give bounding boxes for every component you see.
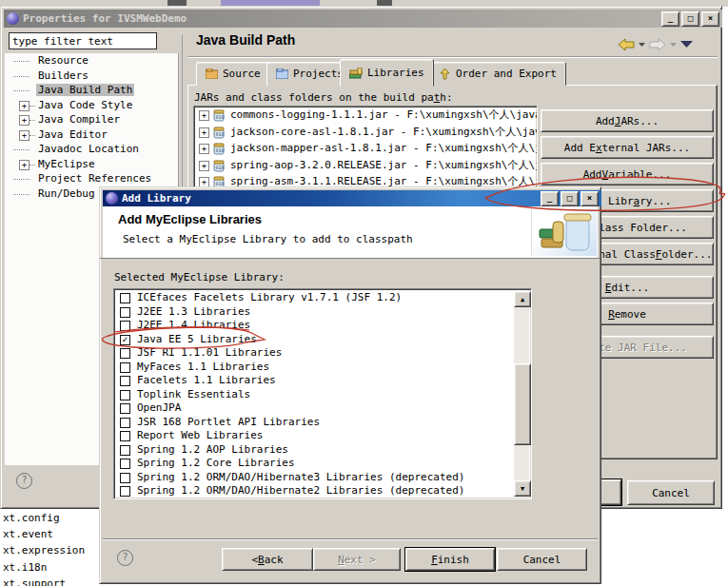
checkbox-icon[interactable] [120,348,130,359]
expand-icon[interactable] [19,101,30,111]
maximize-icon[interactable]: □ [681,11,699,27]
checkbox-icon[interactable] [120,307,130,318]
scroll-down-icon[interactable]: ▼ [514,480,531,497]
expand-icon[interactable] [19,130,30,141]
minimize-icon[interactable]: _ [661,11,679,27]
expand-icon[interactable] [199,127,209,138]
checkbox-icon[interactable] [120,445,130,456]
library-list-item[interactable]: Java EE 5 Libraries [116,333,514,347]
cancel-button[interactable]: Cancel [497,548,587,571]
help-icon[interactable] [16,473,32,489]
library-label: JSF RI 1.1.01 Libraries [137,346,282,359]
add-jars-button[interactable]: Add JARs... [541,109,714,132]
view-menu-icon[interactable] [680,41,693,49]
tree-item[interactable]: Builders [5,68,178,84]
expand-icon[interactable] [199,110,209,121]
app-icon [7,12,19,25]
tree-item-label: MyEclipse [36,158,97,170]
forward-icon[interactable] [649,38,666,51]
minimize-icon[interactable]: _ [541,191,559,206]
help-icon[interactable] [117,550,133,566]
library-list-label: Selected MyEclipse Library: [114,271,285,283]
library-label: J2EE 1.3 Libraries [137,305,250,318]
library-list-item[interactable]: Spring 1.2 ORM/DAO/Hibernate2 Libraries … [116,484,514,497]
tree-connector [30,135,35,136]
checkbox-icon[interactable] [120,459,130,469]
tab-libraries[interactable]: Libraries [340,59,434,87]
library-list-item[interactable]: JSR 168 Portlet API Libraries [116,416,514,430]
add-external-jars-button[interactable]: Add External JARs... [541,136,714,159]
expand-icon[interactable] [199,144,209,154]
close-icon[interactable]: × [701,11,719,27]
checkbox-icon[interactable] [120,335,130,345]
cancel-button[interactable]: Cancel [627,480,715,505]
expand-icon[interactable] [19,160,30,170]
library-list-item[interactable]: Spring 1.2 ORM/DAO/Hibernate3 Libraries … [116,471,514,485]
close-icon[interactable]: × [580,191,599,206]
checkbox-icon[interactable] [120,390,130,400]
jar-list-row[interactable]: 010 jackson-mapper-asl-1.8.1.jar - F:\xu… [194,140,537,157]
tab-source[interactable]: Source [196,62,270,86]
checkbox-icon[interactable] [120,473,130,483]
library-label: Java EE 5 Libraries [137,333,257,345]
back-button[interactable]: < Back [222,548,313,571]
jar-list-row[interactable]: 010 commons-logging-1.1.1.jar - F:\xumin… [194,107,537,124]
maximize-icon[interactable]: □ [561,191,579,206]
add-variable-button[interactable]: Add Variable... [541,163,714,186]
scroll-thumb[interactable] [514,363,531,445]
tree-item[interactable]: Project References [5,171,178,186]
tab-order-and-export[interactable]: Order and Export [429,62,566,86]
back-icon[interactable] [618,38,635,51]
tab-label: Source [223,68,261,80]
source-tab-icon [206,68,218,79]
libraries-tab-icon [349,68,363,79]
tree-item-label: Project References [36,172,153,185]
library-list-item[interactable]: MyFaces 1.1 Libraries [116,361,514,375]
tree-item[interactable]: Resource [5,53,178,68]
checkbox-icon[interactable] [120,431,130,441]
checkbox-icon[interactable] [120,486,130,497]
library-list-item[interactable]: Report Web Libraries [116,429,514,443]
add-library-titlebar[interactable]: Add Library _ □ × [103,190,601,206]
library-list-item[interactable]: J2EE 1.4 Libraries [116,319,514,333]
checkbox-icon[interactable] [120,321,130,331]
wizard-heading: Add MyEclipse Libraries [118,212,262,226]
checkbox-icon[interactable] [120,403,130,414]
library-list-item[interactable]: JSF RI 1.1.01 Libraries [116,346,514,361]
tree-item[interactable]: Java Editor [5,127,178,143]
scrollbar[interactable]: ▲ ▼ [514,291,529,497]
jar-list-row[interactable]: 010 spring-aop-3.2.0.RELEASE.jar - F:\xu… [194,157,537,174]
tree-item[interactable]: Java Compiler [5,112,178,127]
tree-item[interactable]: MyEclipse [5,157,178,172]
library-label: OpenJPA [137,401,181,414]
jar-entry-text: commons-logging-1.1.1.jar - F:\xumingxsh… [230,107,537,124]
library-label: JSR 168 Portlet API Libraries [137,416,320,428]
library-list-item[interactable]: ICEfaces Facelets Library v1.7.1 (JSF 1.… [116,291,514,305]
checkbox-icon[interactable] [120,362,130,373]
expand-icon[interactable] [19,115,30,126]
jar-list-row[interactable]: 010 jackson-core-asl-1.8.1.jar - F:\xumi… [194,124,537,141]
finish-button[interactable]: Finish [405,548,495,571]
tree-item[interactable]: Java Code Style [5,98,178,113]
library-list-item[interactable]: Spring 1.2 Core Libraries [116,457,514,471]
properties-titlebar[interactable]: Properties for IVSMWebDemo _ □ × [4,10,722,28]
tree-item[interactable]: Java Build Path [5,83,178,98]
tree-item[interactable]: Javadoc Location [5,142,178,157]
library-list-item[interactable]: Spring 1.2 AOP Libraries [116,443,514,458]
library-list-item[interactable]: J2EE 1.3 Libraries [116,305,514,320]
library-list-item[interactable]: Facelets 1.1 Libraries [116,374,514,388]
scroll-up-icon[interactable]: ▲ [514,291,531,307]
checkbox-icon[interactable] [120,418,130,428]
forward-dropdown-icon[interactable] [670,43,677,48]
tree-item-label: Java Compiler [36,113,122,126]
checkbox-icon[interactable] [120,376,130,386]
checkbox-icon[interactable] [120,293,130,303]
library-list-item[interactable]: Toplink Essentials [116,388,514,402]
library-list[interactable]: ICEfaces Facelets Library v1.7.1 (JSF 1.… [113,288,532,499]
expand-icon[interactable] [199,161,209,171]
filter-input[interactable] [9,32,157,49]
library-list-item[interactable]: OpenJPA [116,401,514,416]
back-dropdown-icon[interactable] [639,43,645,48]
tree-item-label: Javadoc Location [36,143,141,155]
library-jars-icon [531,208,597,256]
